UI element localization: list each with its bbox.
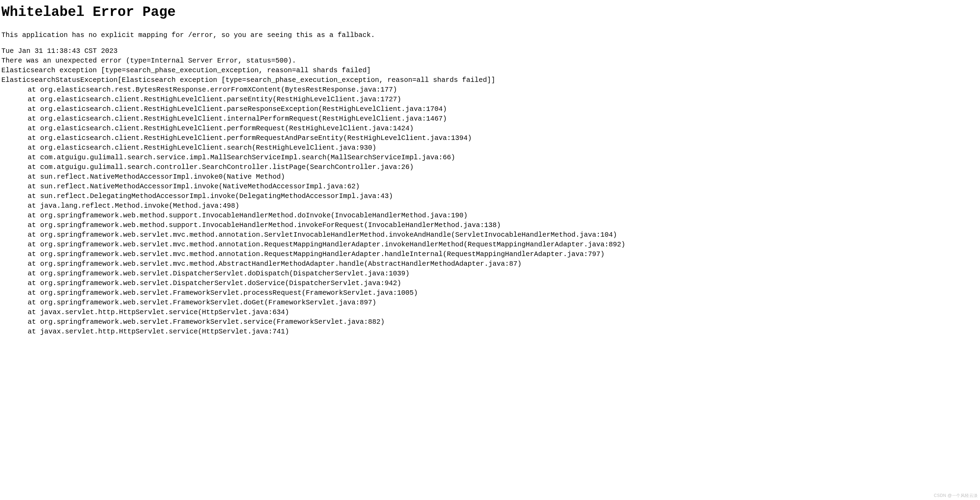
stack-trace-line: at org.elasticsearch.client.RestHighLeve… [2,143,978,153]
timestamp: Tue Jan 31 11:38:43 CST 2023 [2,46,978,56]
stack-trace-line: at sun.reflect.NativeMethodAccessorImpl.… [2,182,978,191]
stack-trace-line: at org.springframework.web.servlet.Dispa… [2,278,978,288]
stack-trace-line: at org.springframework.web.servlet.Frame… [2,298,978,308]
exception-short: Elasticsearch exception [type=search_pha… [2,66,978,75]
stack-trace-line: at org.springframework.web.method.suppor… [2,211,978,221]
stack-trace-line: at org.springframework.web.servlet.Frame… [2,317,978,327]
stack-trace: at org.elasticsearch.rest.BytesRestRespo… [2,85,978,337]
stack-trace-line: at org.elasticsearch.client.RestHighLeve… [2,133,978,143]
stack-trace-line: at org.elasticsearch.client.RestHighLeve… [2,104,978,114]
stack-trace-line: at org.springframework.web.servlet.mvc.m… [2,230,978,240]
stack-trace-line: at com.atguigu.gulimall.search.controlle… [2,162,978,172]
error-summary: There was an unexpected error (type=Inte… [2,56,978,66]
stack-trace-line: at org.springframework.web.servlet.Dispa… [2,269,978,278]
stack-trace-line: at org.springframework.web.method.suppor… [2,221,978,230]
stack-trace-line: at org.springframework.web.servlet.Frame… [2,288,978,298]
stack-trace-line: at sun.reflect.DelegatingMethodAccessorI… [2,191,978,201]
stack-trace-line: at org.springframework.web.servlet.mvc.m… [2,249,978,259]
stack-trace-line: at javax.servlet.http.HttpServlet.servic… [2,327,978,337]
stack-trace-line: at org.elasticsearch.client.RestHighLeve… [2,114,978,124]
stack-trace-line: at java.lang.reflect.Method.invoke(Metho… [2,201,978,211]
stack-trace-line: at org.elasticsearch.client.RestHighLeve… [2,95,978,104]
stack-trace-line: at org.elasticsearch.client.RestHighLeve… [2,124,978,133]
exception-full: ElasticsearchStatusException[Elasticsear… [2,75,978,85]
intro-text: This application has no explicit mapping… [2,30,978,40]
stack-trace-line: at javax.servlet.http.HttpServlet.servic… [2,308,978,317]
stack-trace-line: at com.atguigu.gulimall.search.service.i… [2,153,978,162]
page-title: Whitelabel Error Page [2,3,978,22]
stack-trace-line: at org.springframework.web.servlet.mvc.m… [2,240,978,249]
stack-trace-line: at sun.reflect.NativeMethodAccessorImpl.… [2,172,978,182]
stack-trace-line: at org.springframework.web.servlet.mvc.m… [2,259,978,269]
stack-trace-line: at org.elasticsearch.rest.BytesRestRespo… [2,85,978,95]
